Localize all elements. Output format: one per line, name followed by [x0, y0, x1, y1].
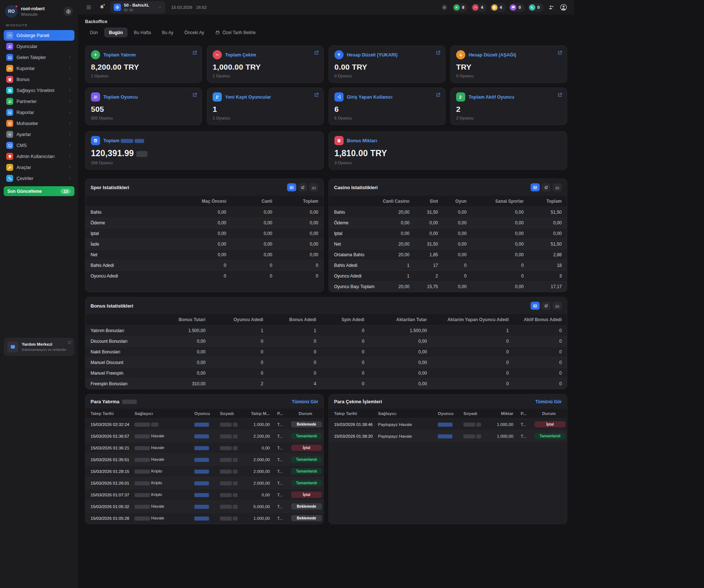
cell-value: 0,00	[415, 228, 443, 239]
sidebar-item-gösterge-paneli[interactable]: Gösterge Paneli	[4, 30, 74, 41]
userplus-icon	[213, 92, 222, 102]
sidebar-item-admin-kullanıcıları[interactable]: Admin Kullanıcıları	[4, 151, 74, 162]
sidebar-item-cms[interactable]: CMS	[4, 140, 74, 151]
counter-deposits[interactable]: 8	[452, 3, 468, 12]
counter-messages[interactable]: 0	[509, 3, 524, 12]
menu-toggle-button[interactable]	[84, 3, 94, 12]
sidebar-item-araçlar[interactable]: Araçlar	[4, 162, 74, 173]
bar-view-button[interactable]	[553, 302, 562, 310]
language-button[interactable]	[63, 7, 73, 16]
pie-view-button[interactable]	[542, 302, 551, 310]
card-title: Hesap Düzelt (YUKARI)	[347, 52, 397, 58]
view-all-link[interactable]: Tümünü Gör	[535, 399, 562, 404]
card-value: 6	[334, 105, 440, 114]
table-view-button[interactable]	[287, 183, 296, 191]
cell-currency: T...	[274, 489, 287, 501]
card-subtitle: 156 Oyuncu	[91, 161, 318, 165]
row-label: Bahis Adedi	[85, 260, 186, 271]
cell-value: 17	[415, 260, 443, 271]
cell-request-date: 15/03/2026 01:05:32	[85, 501, 131, 512]
help-center-card[interactable]: Yardım Merkezi Dokümantasyon ve rehberle…	[4, 338, 74, 356]
external-link-icon[interactable]	[192, 92, 197, 98]
dash-icon	[6, 32, 13, 39]
external-link-icon[interactable]	[314, 50, 319, 55]
counter-calls[interactable]: 0	[528, 3, 543, 12]
redacted-text	[194, 423, 209, 427]
sidebar-item-son-guncelleme[interactable]: Son Güncelleme 13	[4, 186, 74, 196]
external-link-icon[interactable]	[192, 50, 197, 55]
counter-pills: 84400	[452, 3, 543, 12]
cell-value: 0,00	[443, 218, 472, 228]
sidebar-item-kuponlar[interactable]: Kuponlar	[4, 63, 74, 74]
pie-view-button[interactable]	[542, 183, 551, 191]
sidebar-item-partnerler[interactable]: Partnerler	[4, 96, 74, 107]
app-window: RO root-robert Wisesuite WISESUITE Göste…	[0, 0, 574, 588]
table-row: İade0,000,000,00	[85, 239, 323, 250]
deposits-panel: Para Yatırma Tümünü Gör Talep TarihiSağl…	[85, 394, 324, 524]
cell-value: 1,85	[415, 250, 443, 260]
external-link-icon[interactable]	[436, 50, 441, 55]
filter-tab-bu-hafta[interactable]: Bu Hafta	[129, 27, 156, 37]
add-user-button[interactable]	[546, 3, 556, 12]
pie-view-button[interactable]	[298, 183, 307, 191]
redacted-text	[463, 423, 475, 427]
site-selector[interactable]: 50 - BahisXL ID: 50	[110, 1, 165, 14]
external-link-icon[interactable]	[557, 92, 562, 98]
cell-amount: 0,00	[246, 489, 274, 501]
sidebar-item-muhasebe[interactable]: Muhasebe	[4, 118, 74, 129]
external-link-icon[interactable]	[557, 50, 562, 55]
counter-withdrawals[interactable]: 4	[471, 3, 487, 12]
external-link-icon[interactable]	[314, 92, 319, 98]
redacted-text	[463, 434, 475, 438]
table-row: Freespin Bonusları310,002400,0000	[85, 379, 567, 389]
counter-bonuses[interactable]: 4	[490, 3, 506, 12]
bar-view-button[interactable]	[309, 183, 318, 191]
sidebar-item-gelen-talepler[interactable]: Gelen Talepler	[4, 52, 74, 63]
cell-player-redacted	[191, 489, 216, 501]
sidebar-item-sağlayıcı-yönetimi[interactable]: Sağlayıcı Yönetimi	[4, 85, 74, 96]
cell-value: 0,00	[472, 207, 529, 218]
cell-currency: T...	[274, 501, 287, 512]
notifications-button[interactable]	[97, 3, 107, 12]
filter-tab-özel-tarih-belirle[interactable]: Özel Tarih Belirle	[210, 27, 260, 37]
sidebar-item-raporlar[interactable]: Raporlar	[4, 107, 74, 118]
cell-request-date: 15/03/2026 02:32:24	[85, 419, 131, 430]
cell-value: 0,00	[370, 379, 432, 389]
row-label: Net	[85, 250, 186, 260]
redacted-text	[194, 517, 209, 521]
bar-view-button[interactable]	[553, 183, 562, 191]
external-link-icon[interactable]	[436, 92, 441, 98]
card-subtitle: 0 Oyuncu	[334, 74, 440, 78]
cell-value: 0	[231, 260, 277, 271]
sidebar-item-çeviriler[interactable]: Çeviriler	[4, 173, 74, 184]
cell-request-date: 15/03/2026 01:36:57	[85, 430, 131, 442]
cell-value: 0	[210, 368, 268, 379]
table-view-button[interactable]	[531, 302, 540, 310]
sidebar-item-bonus[interactable]: Bonus	[4, 74, 74, 85]
filter-tab-dün[interactable]: Dün	[85, 27, 103, 37]
table-view-button[interactable]	[531, 183, 540, 191]
redacted-text	[233, 470, 238, 474]
cell-player-redacted	[434, 430, 460, 442]
view-all-link[interactable]: Tümünü Gör	[292, 399, 318, 404]
column-header: P...	[274, 409, 287, 419]
filter-tab-önceki-ay[interactable]: Önceki Ay	[180, 27, 209, 37]
filter-tab-bu-ay[interactable]: Bu Ay	[157, 27, 178, 37]
cell-value: 0,00	[231, 250, 277, 260]
row-label: Oyuncu Adedi	[329, 271, 377, 282]
sidebar-item-oyuncular[interactable]: Oyuncular	[4, 41, 74, 52]
cell-currency: T...	[517, 419, 531, 430]
filter-tab-bugün[interactable]: Bugün	[104, 27, 128, 37]
settings-button[interactable]	[440, 3, 449, 12]
stats-panels: Spor Istatistikleri Maç ÖncesiCanliTopla…	[85, 179, 567, 292]
sidebar-item-ayarlar[interactable]: Ayarlar	[4, 129, 74, 140]
sidebar-section-label: WISESUITE	[4, 22, 74, 30]
avatar[interactable]: RO	[5, 5, 18, 18]
account-button[interactable]	[559, 3, 568, 12]
cell-value: 0	[268, 347, 321, 357]
status-badge: İptal	[291, 492, 322, 498]
panel-title: Spor Istatistikleri	[91, 185, 129, 190]
redacted-text	[135, 517, 150, 521]
status-badge: Tamamlandı	[535, 433, 565, 439]
tab-label: Özel Tarih Belirle	[223, 30, 256, 35]
